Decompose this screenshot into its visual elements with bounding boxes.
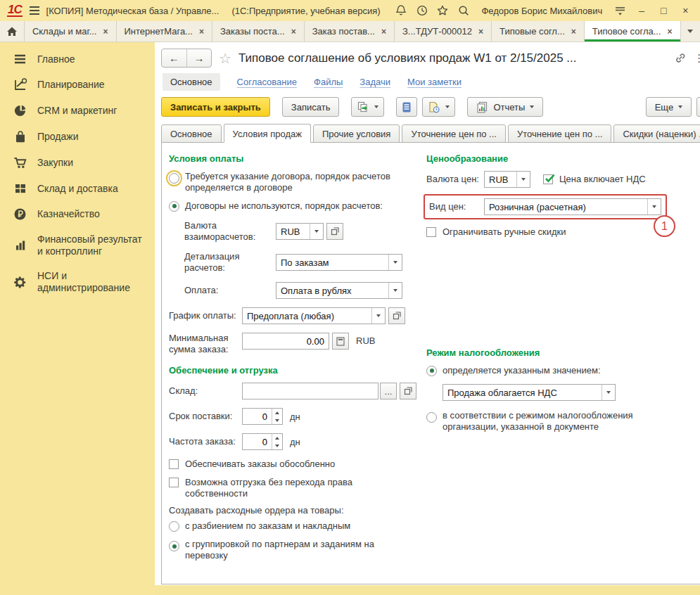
service-menu-icon[interactable] (613, 2, 627, 19)
combo-caret-icon[interactable] (310, 224, 323, 239)
combo-caret-icon[interactable] (516, 172, 530, 187)
order-frequency-stepper[interactable] (272, 434, 282, 449)
calculator-icon[interactable] (332, 333, 349, 350)
tab-close-icon[interactable]: × (668, 27, 673, 37)
current-user-label[interactable]: Федоров Борис Михайлович (481, 6, 602, 16)
help-button[interactable]: ? (696, 97, 700, 117)
navlink-tasks[interactable]: Задачи (359, 77, 390, 87)
tab-standard-agreement-active[interactable]: Типовое согла...× (585, 21, 681, 41)
more-actions-icon[interactable]: ⋮ (694, 52, 700, 65)
forward-button[interactable]: → (186, 49, 211, 67)
form-tab-sale-conditions[interactable]: Условия продаж (224, 124, 311, 143)
form-tab-price-refine-1[interactable]: Уточнение цен по ... (402, 124, 506, 143)
tab-close-icon[interactable]: × (291, 27, 296, 37)
tab-close-icon[interactable]: × (381, 27, 386, 37)
combo-caret-icon[interactable] (388, 255, 402, 270)
close-window-button[interactable]: × (678, 3, 693, 18)
sidebar: Главное Планирование CRM и маркетинг Про… (0, 42, 155, 595)
payment-type-select[interactable]: Оплата в рублях (276, 282, 402, 299)
payment-schedule-select[interactable]: Предоплата (любая) (242, 307, 386, 324)
radio-split-by-orders[interactable] (169, 521, 179, 532)
radio-contract-required[interactable] (169, 173, 179, 184)
combo-caret-icon[interactable] (371, 308, 385, 324)
open-schedule-icon[interactable] (388, 307, 405, 324)
sidebar-item-planning[interactable]: Планирование (0, 72, 155, 98)
back-button[interactable]: ← (162, 49, 186, 67)
save-and-close-button[interactable]: Записать и закрыть (161, 97, 270, 117)
radio-tax-by-value[interactable] (426, 366, 437, 376)
main-menu-icon[interactable] (30, 6, 39, 15)
radio-tax-by-organization[interactable] (426, 412, 437, 423)
more-button[interactable]: Еще (646, 97, 692, 117)
radio-tax-by-organization-label: в соответствии с режимом налогообложения… (443, 410, 668, 433)
price-currency-select[interactable]: RUB (484, 171, 530, 188)
reports-button[interactable]: Отчеты (467, 97, 543, 117)
sidebar-item-nsi-admin[interactable]: НСИ и администрирование (0, 264, 155, 300)
open-currency-icon[interactable] (326, 223, 343, 240)
settlement-detail-select[interactable]: По заказам (276, 254, 402, 271)
form-tab-other-conditions[interactable]: Прочие условия (313, 124, 400, 143)
combo-caret-icon[interactable] (647, 199, 661, 215)
combo-caret-icon[interactable] (602, 385, 615, 400)
sidebar-item-main[interactable]: Главное (0, 46, 155, 72)
navlink-notes[interactable]: Мои заметки (407, 77, 462, 87)
save-button[interactable]: Записать (282, 97, 340, 117)
warehouse-input[interactable] (243, 383, 378, 399)
price-kind-select[interactable]: Розничная (расчетная) (484, 198, 661, 215)
get-link-icon[interactable] (675, 52, 687, 64)
delivery-term-stepper[interactable] (272, 409, 282, 424)
form-tab-discounts[interactable]: Скидки (наценки) ... (613, 124, 700, 143)
sidebar-item-warehouse[interactable]: Склад и доставка (0, 176, 155, 201)
order-frequency-input[interactable] (243, 434, 272, 449)
taxation-select[interactable]: Продажа облагается НДС (443, 384, 616, 401)
checkbox-separate-supply[interactable] (169, 459, 179, 469)
tab-supplier-order[interactable]: Заказ постав...× (305, 21, 395, 41)
tab-order-tdut[interactable]: З...ТДУТ-000012× (395, 21, 492, 41)
navlink-approval[interactable]: Согласование (237, 77, 297, 87)
tab-close-icon[interactable]: × (199, 27, 204, 37)
open-warehouse-icon[interactable] (400, 383, 416, 399)
combo-caret-icon[interactable] (388, 283, 402, 298)
form-tab-main[interactable]: Основное (161, 124, 222, 143)
tab-supplier-orders[interactable]: Заказы поста...× (212, 21, 305, 41)
structure-button[interactable] (396, 97, 417, 117)
sidebar-item-sales[interactable]: Продажи (0, 124, 155, 150)
warehouse-choose-button[interactable]: ... (380, 383, 397, 399)
sidebar-item-crm[interactable]: CRM и маркетинг (0, 98, 155, 124)
checkbox-shipment-no-transfer[interactable] (169, 478, 179, 487)
radio-group-by-partners[interactable] (169, 541, 179, 551)
warehouse-field (242, 383, 378, 399)
sidebar-item-finance[interactable]: Финансовый результат и контроллинг (0, 227, 155, 264)
checkbox-limit-manual-discounts[interactable] (426, 227, 436, 237)
tab-list-dropdown-icon[interactable] (681, 21, 700, 41)
tab-close-icon[interactable]: × (478, 27, 483, 37)
home-icon[interactable] (0, 21, 25, 41)
navlink-files[interactable]: Файлы (314, 77, 343, 87)
checkbox-price-includes-vat[interactable] (543, 174, 553, 184)
notifications-bell-icon[interactable] (395, 2, 408, 19)
favorites-star-icon[interactable] (435, 2, 449, 19)
maximize-button[interactable]: □ (656, 3, 671, 18)
tab-warehouses[interactable]: Склады и маг...× (25, 21, 117, 41)
scheduled-docs-button[interactable] (422, 97, 455, 117)
search-icon[interactable] (457, 2, 470, 19)
document-window: ← → ☆ Типовое соглашение об условиях про… (155, 42, 700, 585)
create-based-on-button[interactable] (351, 97, 384, 117)
min-order-sum-input[interactable] (243, 333, 329, 349)
tab-close-icon[interactable]: × (103, 27, 108, 37)
tab-standard-agreements[interactable]: Типовые согл...× (492, 21, 585, 41)
minimize-button[interactable]: – (635, 3, 649, 18)
radio-no-contracts-label: Договоры не используются, порядок расчет… (185, 200, 383, 212)
sidebar-item-purchases[interactable]: Закупки (0, 150, 155, 176)
radio-no-contracts[interactable] (169, 201, 179, 212)
delivery-term-input[interactable] (243, 409, 272, 424)
tab-internet-shop[interactable]: ИнтернетМага...× (117, 21, 212, 41)
tab-close-icon[interactable]: × (571, 27, 576, 37)
navlink-main[interactable]: Основное (163, 73, 220, 91)
shopping-bag-icon (13, 130, 27, 143)
add-to-favorites-icon[interactable]: ☆ (219, 50, 231, 67)
history-icon[interactable] (415, 2, 428, 19)
form-tab-price-refine-2[interactable]: Уточнение цен по ... (508, 124, 612, 143)
settlement-currency-select[interactable]: RUB (276, 223, 324, 240)
sidebar-item-treasury[interactable]: Казначейство (0, 201, 155, 227)
